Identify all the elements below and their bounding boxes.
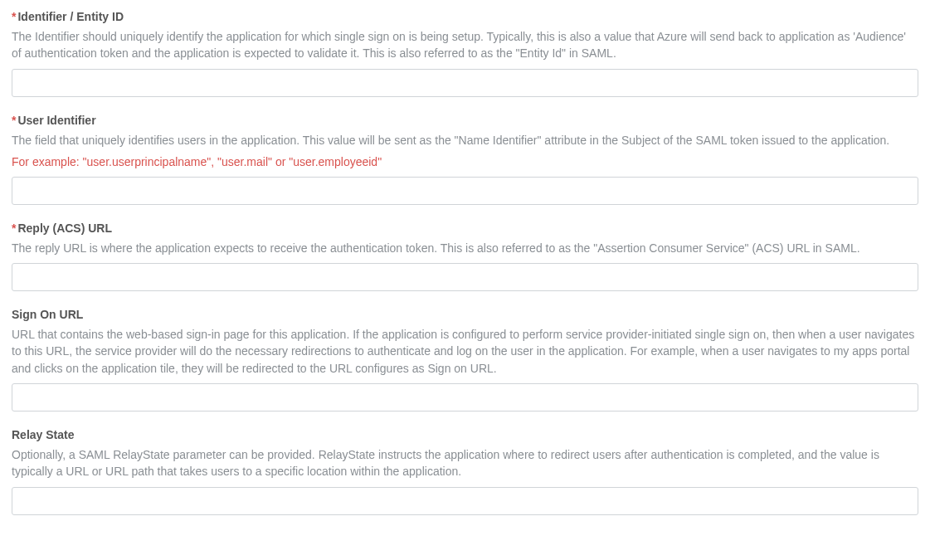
relay-state-description: Optionally, a SAML RelayState parameter … xyxy=(12,446,918,480)
identifier-label-text: Identifier / Entity ID xyxy=(17,10,124,23)
relay-state-input[interactable] xyxy=(12,487,918,515)
user-identifier-input[interactable] xyxy=(12,177,918,205)
required-star: * xyxy=(12,10,16,23)
reply-url-input[interactable] xyxy=(12,263,918,291)
identifier-field-group: *Identifier / Entity ID The Identifier s… xyxy=(12,10,918,97)
user-identifier-field-group: *User Identifier The field that uniquely… xyxy=(12,114,918,205)
relay-state-field-group: Relay State Optionally, a SAML RelayStat… xyxy=(12,428,918,515)
reply-url-description: The reply URL is where the application e… xyxy=(12,240,918,256)
sign-on-url-input[interactable] xyxy=(12,383,918,411)
sign-on-url-label-text: Sign On URL xyxy=(12,308,83,321)
relay-state-label-text: Relay State xyxy=(12,428,74,441)
relay-state-label: Relay State xyxy=(12,428,918,441)
identifier-input[interactable] xyxy=(12,69,918,97)
identifier-label: *Identifier / Entity ID xyxy=(12,10,918,23)
sign-on-url-description: URL that contains the web-based sign-in … xyxy=(12,326,918,377)
required-star: * xyxy=(12,222,16,235)
user-identifier-description: The field that uniquely identifies users… xyxy=(12,132,918,149)
reply-url-field-group: *Reply (ACS) URL The reply URL is where … xyxy=(12,222,918,291)
reply-url-label: *Reply (ACS) URL xyxy=(12,222,918,235)
identifier-description: The Identifier should uniquely identify … xyxy=(12,28,918,62)
reply-url-label-text: Reply (ACS) URL xyxy=(17,222,112,235)
sign-on-url-field-group: Sign On URL URL that contains the web-ba… xyxy=(12,308,918,411)
user-identifier-label-text: User Identifier xyxy=(17,114,95,127)
sign-on-url-label: Sign On URL xyxy=(12,308,918,321)
user-identifier-label: *User Identifier xyxy=(12,114,918,127)
user-identifier-example: For example: "user.userprincipalname", "… xyxy=(12,155,918,168)
required-star: * xyxy=(12,114,16,127)
